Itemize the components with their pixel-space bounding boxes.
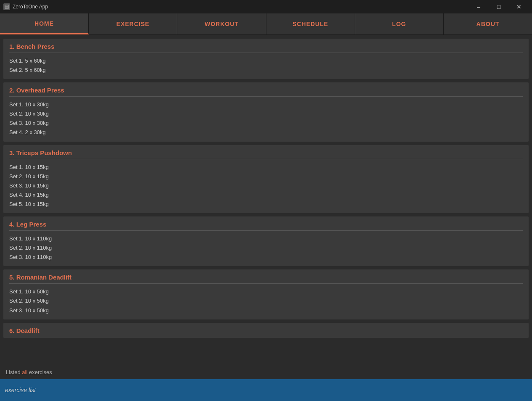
svg-rect-2 <box>5 7 8 8</box>
svg-rect-1 <box>5 5 8 6</box>
maximize-button[interactable]: □ <box>489 0 508 13</box>
exercise-sets-5: Set 1. 10 x 50kgSet 2. 10 x 50kgSet 3. 1… <box>3 286 529 319</box>
set-row: Set 2. 5 x 60kg <box>9 66 523 75</box>
set-row: Set 1. 10 x 15kg <box>9 163 523 172</box>
exercise-section-3: 3. Triceps PushdownSet 1. 10 x 15kgSet 2… <box>3 145 529 213</box>
set-row: Set 5. 10 x 15kg <box>9 200 523 209</box>
set-row: Set 2. 10 x 50kg <box>9 296 523 306</box>
main-content: 1. Bench PressSet 1. 5 x 60kgSet 2. 5 x … <box>0 35 532 365</box>
exercise-divider-1 <box>9 53 523 53</box>
exercise-section-5: 5. Romanian DeadliftSet 1. 10 x 50kgSet … <box>3 269 529 319</box>
status-highlight: all <box>22 369 27 375</box>
nav-tab-exercise[interactable]: EXERCISE <box>89 13 177 34</box>
nav-tab-about[interactable]: ABOUT <box>444 13 532 34</box>
exercise-section-1: 1. Bench PressSet 1. 5 x 60kgSet 2. 5 x … <box>3 39 529 79</box>
app-icon <box>3 3 10 10</box>
nav-bar: HOMEEXERCISEWORKOUTSCHEDULELOGABOUT <box>0 13 532 35</box>
status-text: Listed all exercises <box>6 369 52 375</box>
nav-tab-schedule[interactable]: SCHEDULE <box>266 13 355 34</box>
status-bar: Listed all exercises <box>0 365 532 379</box>
status-prefix: Listed <box>6 369 22 375</box>
set-row: Set 1. 10 x 50kg <box>9 287 523 296</box>
set-row: Set 4. 10 x 15kg <box>9 190 523 200</box>
set-row: Set 1. 10 x 110kg <box>9 234 523 243</box>
close-button[interactable]: ✕ <box>509 0 529 13</box>
set-row: Set 4. 2 x 30kg <box>9 128 523 137</box>
exercise-sets-3: Set 1. 10 x 15kgSet 2. 10 x 15kgSet 3. 1… <box>3 162 529 213</box>
input-bar <box>0 379 532 401</box>
exercise-header-5: 5. Romanian Deadlift <box>3 269 529 283</box>
set-row: Set 3. 10 x 110kg <box>9 253 523 262</box>
exercise-header-1: 1. Bench Press <box>3 39 529 53</box>
nav-tab-home[interactable]: HOME <box>0 13 89 34</box>
title-bar-left: ZeroToOne App <box>3 3 48 10</box>
title-bar-title: ZeroToOne App <box>13 4 48 10</box>
set-row: Set 3. 10 x 15kg <box>9 181 523 190</box>
exercise-divider-5 <box>9 283 523 284</box>
exercise-sets-2: Set 1. 10 x 30kgSet 2. 10 x 30kgSet 3. 1… <box>3 99 529 141</box>
exercise-section-partial: 6. Deadlift <box>3 323 529 338</box>
exercise-header-2: 2. Overhead Press <box>3 82 529 96</box>
title-bar-controls: – □ ✕ <box>469 0 529 13</box>
set-row: Set 3. 10 x 50kg <box>9 306 523 315</box>
exercise-divider-4 <box>9 230 523 231</box>
set-row: Set 2. 10 x 30kg <box>9 109 523 119</box>
nav-tab-log[interactable]: LOG <box>355 13 444 34</box>
title-bar: ZeroToOne App – □ ✕ <box>0 0 532 13</box>
status-suffix: exercises <box>27 369 52 375</box>
set-row: Set 1. 5 x 60kg <box>9 56 523 66</box>
exercise-header-6: 6. Deadlift <box>3 323 529 337</box>
exercise-sets-1: Set 1. 5 x 60kgSet 2. 5 x 60kg <box>3 55 529 79</box>
set-row: Set 2. 10 x 15kg <box>9 172 523 181</box>
exercise-divider-3 <box>9 159 523 159</box>
exercise-header-3: 3. Triceps Pushdown <box>3 145 529 159</box>
minimize-button[interactable]: – <box>469 0 488 13</box>
exercise-section-2: 2. Overhead PressSet 1. 10 x 30kgSet 2. … <box>3 82 529 141</box>
command-input[interactable] <box>5 387 527 393</box>
nav-tab-workout[interactable]: WORKOUT <box>177 13 266 34</box>
set-row: Set 3. 10 x 30kg <box>9 119 523 128</box>
exercise-sets-4: Set 1. 10 x 110kgSet 2. 10 x 110kgSet 3.… <box>3 233 529 266</box>
exercise-header-4: 4. Leg Press <box>3 216 529 230</box>
set-row: Set 1. 10 x 30kg <box>9 100 523 109</box>
set-row: Set 2. 10 x 110kg <box>9 243 523 253</box>
exercise-divider-2 <box>9 96 523 97</box>
exercise-section-4: 4. Leg PressSet 1. 10 x 110kgSet 2. 10 x… <box>3 216 529 266</box>
